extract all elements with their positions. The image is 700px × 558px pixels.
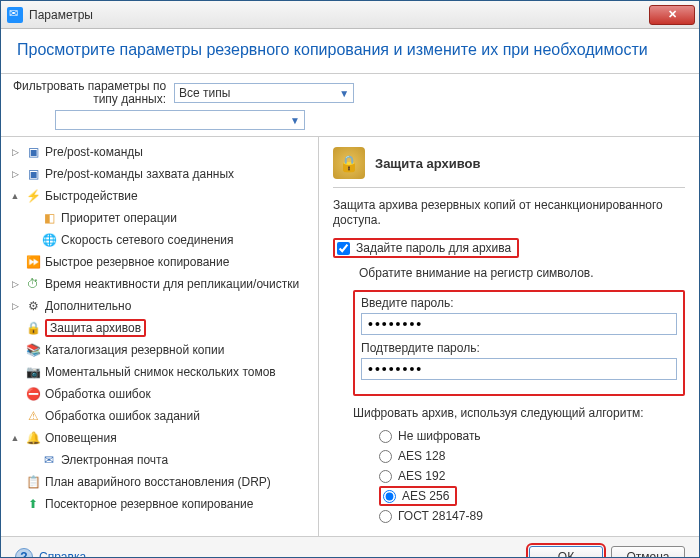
password-box: Введите пароль: Подтвердите пароль: <box>353 290 685 396</box>
tree-item-label: Каталогизация резервной копии <box>45 343 224 357</box>
chevron-down-icon: ▼ <box>339 88 349 99</box>
task-icon: ⚠ <box>25 408 41 424</box>
ok-button[interactable]: ОК <box>529 546 603 559</box>
algo-radio-label: AES 128 <box>398 449 445 463</box>
page-heading: Просмотрите параметры резервного копиров… <box>17 41 683 59</box>
tree-item[interactable]: ▷⚙Дополнительно <box>1 295 318 317</box>
password-input[interactable] <box>361 313 677 335</box>
tree-item-label: Электронная почта <box>61 453 168 467</box>
fast-icon: ⏩ <box>25 254 41 270</box>
tree-item[interactable]: ▷⏱Время неактивности для репликации/очис… <box>1 273 318 295</box>
algo-radio-label: AES 192 <box>398 469 445 483</box>
drp-icon: 📋 <box>25 474 41 490</box>
time-icon: ⏱ <box>25 276 41 292</box>
tree-item[interactable]: ▲⚡Быстродействие <box>1 185 318 207</box>
confirm-password-input[interactable] <box>361 358 677 380</box>
algo-radio-label: AES 256 <box>402 489 449 503</box>
bell-icon: 🔔 <box>25 430 41 446</box>
encryption-algo: Шифровать архив, используя следующий алг… <box>353 406 685 526</box>
case-hint: Обратите внимание на регистр символов. <box>333 266 685 280</box>
tree-item[interactable]: 🌐Скорость сетевого соединения <box>1 229 318 251</box>
app-icon <box>7 7 23 23</box>
book-icon: 📚 <box>25 342 41 358</box>
tree-item[interactable]: 📚Каталогизация резервной копии <box>1 339 318 361</box>
tree-item-label: Быстрое резервное копирование <box>45 255 229 269</box>
settings-tree[interactable]: ▷▣Pre/post-команды▷▣Pre/post-команды зах… <box>1 137 319 536</box>
lock-icon: 🔒 <box>25 320 41 336</box>
algo-radio-row[interactable]: Не шифровать <box>379 426 685 446</box>
tree-item-label: Скорость сетевого соединения <box>61 233 234 247</box>
algo-radio[interactable] <box>379 430 392 443</box>
tree-item-label: План аварийного восстановления (DRP) <box>45 475 271 489</box>
tree-item[interactable]: ⛔Обработка ошибок <box>1 383 318 405</box>
tree-item[interactable]: ⚠Обработка ошибок заданий <box>1 405 318 427</box>
tree-item[interactable]: ▷▣Pre/post-команды <box>1 141 318 163</box>
tree-item[interactable]: ✉Электронная почта <box>1 449 318 471</box>
net-icon: 🌐 <box>41 232 57 248</box>
algo-radio[interactable] <box>383 490 396 503</box>
close-button[interactable]: ✕ <box>649 5 695 25</box>
tree-item-label: Приоритет операции <box>61 211 177 225</box>
tree-item[interactable]: 📋План аварийного восстановления (DRP) <box>1 471 318 493</box>
tree-item-label: Оповещения <box>45 431 117 445</box>
chevron-down-icon: ▼ <box>290 115 300 126</box>
cmd-icon: ▣ <box>25 144 41 160</box>
footer: ? Справка ОК Отмена <box>1 536 699 558</box>
algo-radios: Не шифроватьAES 128AES 192AES 256ГОСТ 28… <box>379 426 685 526</box>
snap-icon: 📷 <box>25 364 41 380</box>
algo-radio[interactable] <box>379 510 392 523</box>
set-password-checkbox-row[interactable]: Задайте пароль для архива <box>333 238 519 258</box>
expand-icon[interactable]: ▲ <box>9 191 21 201</box>
help-link[interactable]: ? Справка <box>15 548 521 559</box>
algo-radio[interactable] <box>379 450 392 463</box>
set-password-checkbox[interactable] <box>337 242 350 255</box>
tree-item-label: Посекторное резервное копирование <box>45 497 253 511</box>
cmd-icon: ▣ <box>25 166 41 182</box>
tree-item-label: Pre/post-команды захвата данных <box>45 167 234 181</box>
mail-icon: ✉ <box>41 452 57 468</box>
tree-item-label: Обработка ошибок заданий <box>45 409 200 423</box>
filter-type-value: Все типы <box>179 86 230 100</box>
algo-radio-row[interactable]: AES 128 <box>379 446 685 466</box>
filter-bar: Фильтровать параметры по типу данных: Вс… <box>1 74 699 110</box>
panel-header: Защита архивов <box>333 147 685 188</box>
help-icon: ? <box>15 548 33 559</box>
algo-radio-label: ГОСТ 28147-89 <box>398 509 483 523</box>
filter-type-combo[interactable]: Все типы ▼ <box>174 83 354 103</box>
algo-radio[interactable] <box>379 470 392 483</box>
tree-item[interactable]: 🔒Защита архивов <box>1 317 318 339</box>
more-icon: ⚙ <box>25 298 41 314</box>
err-icon: ⛔ <box>25 386 41 402</box>
confirm-password-label: Подтвердите пароль: <box>361 341 677 355</box>
tree-item[interactable]: ⏩Быстрое резервное копирование <box>1 251 318 273</box>
expand-icon[interactable]: ▷ <box>9 169 21 179</box>
algo-radio-row[interactable]: ГОСТ 28147-89 <box>379 506 685 526</box>
tree-item[interactable]: ◧Приоритет операции <box>1 207 318 229</box>
expand-icon[interactable]: ▷ <box>9 279 21 289</box>
set-password-label: Задайте пароль для архива <box>356 241 511 255</box>
settings-panel: Защита архивов Защита архива резервных к… <box>319 137 699 536</box>
window-title: Параметры <box>29 8 649 22</box>
tree-item-label: Время неактивности для репликации/очистк… <box>45 277 299 291</box>
cancel-button[interactable]: Отмена <box>611 546 685 559</box>
tree-item[interactable]: ▷▣Pre/post-команды захвата данных <box>1 163 318 185</box>
filter-bar-2: ▼ <box>1 110 699 136</box>
filter-secondary-combo[interactable]: ▼ <box>55 110 305 130</box>
tree-item-label: Быстродействие <box>45 189 138 203</box>
expand-icon[interactable]: ▲ <box>9 433 21 443</box>
speed-icon: ⚡ <box>25 188 41 204</box>
expand-icon[interactable]: ▷ <box>9 301 21 311</box>
panel-description: Защита архива резервных копий от несанкц… <box>333 198 685 228</box>
algo-radio-row[interactable]: AES 192 <box>379 466 685 486</box>
header: Просмотрите параметры резервного копиров… <box>1 29 699 74</box>
tree-item[interactable]: 📷Моментальный снимок нескольких томов <box>1 361 318 383</box>
sector-icon: ⬆ <box>25 496 41 512</box>
expand-icon[interactable]: ▷ <box>9 147 21 157</box>
tree-item-label: Обработка ошибок <box>45 387 151 401</box>
tree-item[interactable]: ⬆Посекторное резервное копирование <box>1 493 318 515</box>
prio-icon: ◧ <box>41 210 57 226</box>
tree-item[interactable]: ▲🔔Оповещения <box>1 427 318 449</box>
algo-radio-row[interactable]: AES 256 <box>379 486 457 506</box>
tree-item-label: Защита архивов <box>45 319 146 337</box>
panel-title: Защита архивов <box>375 156 481 171</box>
